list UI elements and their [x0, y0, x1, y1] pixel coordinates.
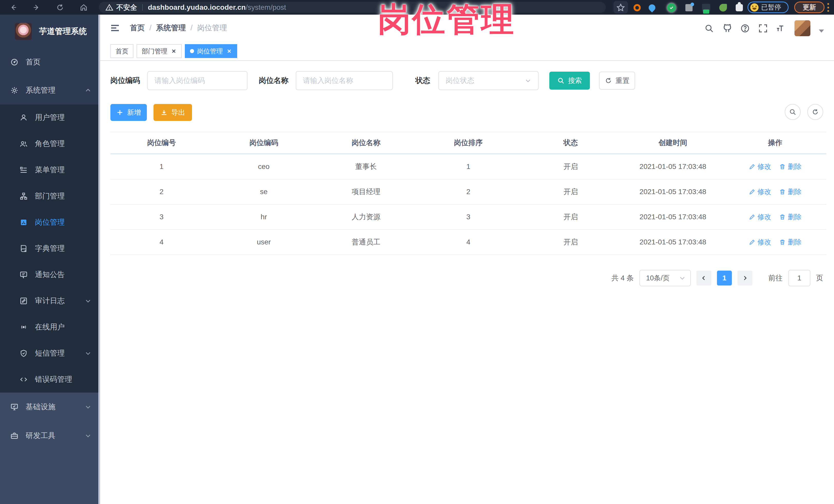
caret-down-icon[interactable] [819, 29, 824, 32]
post-name-input[interactable] [296, 71, 393, 90]
browser-back-icon[interactable] [8, 2, 19, 13]
prev-page-button[interactable] [697, 270, 711, 285]
dict-icon [19, 244, 28, 253]
font-size-icon[interactable] [775, 23, 786, 34]
toggle-search-button[interactable] [785, 104, 800, 120]
reset-button[interactable]: 重置 [599, 72, 635, 90]
close-icon[interactable] [171, 48, 177, 54]
page-content: 岗位编码 岗位名称 状态 岗位状态 搜索 重置 新增 [100, 61, 834, 504]
goto-page-input[interactable] [788, 270, 810, 286]
browser-forward-icon[interactable] [31, 2, 42, 13]
extension-paused-pill[interactable]: 已暂停 [747, 2, 789, 13]
sidebar-item-notice[interactable]: 通知公告 [0, 262, 100, 288]
app-logo-row[interactable]: 芋道管理系统 [0, 15, 100, 48]
sidebar-item-infrastructure[interactable]: 基础设施 [0, 393, 100, 421]
table-row: 3 hr 人力资源 3 开启 2021-01-05 17:03:48 修改 删除 [110, 205, 826, 230]
update-label: 更新 [803, 3, 816, 12]
refresh-button[interactable] [807, 104, 823, 120]
gear-icon [10, 86, 19, 95]
sidebar-item-audit-log[interactable]: 审计日志 [0, 288, 100, 314]
bookmark-star-icon[interactable] [616, 3, 625, 12]
browser-url-bar[interactable]: 不安全 dashboard.yudao.iocoder.cn /system/p… [99, 2, 606, 13]
delete-link[interactable]: 删除 [779, 238, 802, 247]
sidebar-item-menus[interactable]: 菜单管理 [0, 157, 100, 183]
tab-dept[interactable]: 部门管理 [136, 44, 182, 58]
avatar[interactable] [794, 20, 810, 36]
col-header: 岗位名称 [315, 138, 417, 148]
chevron-down-icon [85, 432, 91, 439]
chevron-down-icon [85, 403, 91, 410]
search-button[interactable]: 搜索 [549, 72, 590, 90]
shield-icon [19, 349, 28, 358]
extension-dark-badge-icon[interactable] [702, 3, 711, 12]
code-icon [19, 375, 28, 384]
sidebar-scrollbar[interactable] [98, 15, 100, 504]
extension-orange-ring-icon[interactable] [633, 3, 642, 12]
export-button[interactable]: 导出 [154, 104, 192, 121]
tab-post[interactable]: 岗位管理 [185, 44, 237, 58]
github-icon[interactable] [721, 23, 732, 34]
extension-green-leaf-icon[interactable] [719, 3, 728, 12]
edit-link[interactable]: 修改 [749, 238, 771, 247]
peoples-icon [19, 139, 28, 148]
browser-home-icon[interactable] [79, 2, 89, 13]
sidebar-item-departments[interactable]: 部门管理 [0, 183, 100, 209]
sidebar-item-sms[interactable]: 短信管理 [0, 340, 100, 366]
page-number-button[interactable]: 1 [717, 270, 732, 285]
sidebar-item-online-users[interactable]: 在线用户 [0, 314, 100, 340]
total-count: 共 4 条 [611, 273, 634, 283]
col-header: 操作 [724, 138, 826, 148]
sidebar-item-users[interactable]: 用户管理 [0, 105, 100, 131]
sidebar-item-dict[interactable]: 字典管理 [0, 236, 100, 262]
edit-link[interactable]: 修改 [749, 162, 771, 171]
extension-blue-pin-icon[interactable] [648, 3, 657, 12]
sidebar-item-home[interactable]: 首页 [0, 48, 100, 76]
chevron-down-icon [679, 275, 686, 281]
help-icon[interactable] [739, 23, 751, 34]
add-button[interactable]: 新增 [110, 104, 147, 121]
page-size-select[interactable]: 10条/页 [639, 270, 691, 286]
edit-link[interactable]: 修改 [749, 212, 771, 222]
search-icon[interactable] [703, 23, 715, 34]
main-area: 首页 / 系统管理 / 岗位管理 首页 部门管理 岗位管理 [100, 15, 834, 504]
tab-home[interactable]: 首页 [110, 44, 133, 58]
browser-toolbar: 不安全 dashboard.yudao.iocoder.cn /system/p… [0, 0, 834, 15]
toolbox-icon [10, 431, 19, 440]
sidebar-item-error-codes[interactable]: 错误码管理 [0, 366, 100, 393]
online-icon [19, 323, 28, 332]
next-page-button[interactable] [738, 270, 752, 285]
post-code-input[interactable] [147, 71, 247, 90]
fullscreen-icon[interactable] [757, 23, 769, 34]
chevron-down-icon [525, 77, 531, 84]
sidebar-item-system[interactable]: 系统管理 [0, 76, 100, 105]
browser-menu-icon[interactable] [827, 3, 829, 12]
posts-table: 岗位编号 岗位编码 岗位名称 岗位排序 状态 创建时间 操作 1 ceo 董事长… [110, 132, 826, 255]
extension-grid-icon[interactable] [684, 3, 694, 12]
col-header: 创建时间 [622, 138, 724, 148]
breadcrumb-system[interactable]: 系统管理 [156, 23, 186, 33]
extensions-puzzle-icon[interactable] [735, 3, 744, 12]
edit-link[interactable]: 修改 [749, 187, 771, 196]
delete-link[interactable]: 删除 [779, 187, 802, 196]
browser-reload-icon[interactable] [55, 2, 65, 13]
org-tree-icon [19, 192, 28, 201]
user-icon [19, 113, 28, 122]
table-row: 2 se 项目经理 2 开启 2021-01-05 17:03:48 修改 删除 [110, 179, 826, 205]
sidebar-item-dev-tools[interactable]: 研发工具 [0, 421, 100, 450]
post-name-label: 岗位名称 [259, 75, 288, 86]
breadcrumb-home[interactable]: 首页 [130, 23, 145, 33]
delete-link[interactable]: 删除 [779, 162, 802, 171]
emoji-face-icon [750, 3, 759, 12]
sidebar-item-posts[interactable]: 岗位管理 [0, 209, 100, 236]
app-logo [15, 23, 32, 40]
extension-green-check-icon[interactable] [667, 3, 676, 12]
close-icon[interactable] [226, 48, 232, 54]
sidebar-item-roles[interactable]: 角色管理 [0, 131, 100, 157]
chevron-down-icon [85, 350, 91, 357]
goto-label: 前往 [768, 273, 783, 283]
delete-link[interactable]: 删除 [779, 212, 802, 222]
status-select[interactable]: 岗位状态 [438, 71, 539, 90]
browser-update-button[interactable]: 更新 [794, 2, 825, 13]
sidebar-toggle-icon[interactable] [110, 23, 120, 33]
post-icon [19, 218, 28, 227]
